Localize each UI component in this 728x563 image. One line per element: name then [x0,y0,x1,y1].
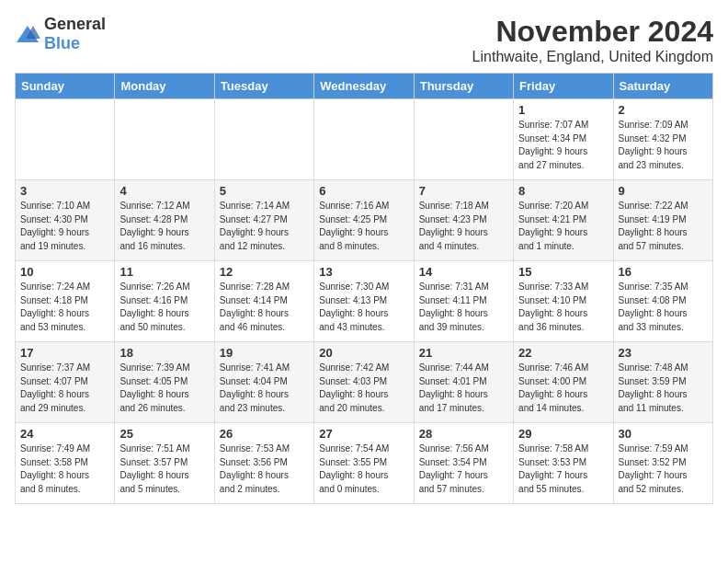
day-info: Sunrise: 7:39 AM Sunset: 4:05 PM Dayligh… [119,362,209,415]
calendar-cell: 24Sunrise: 7:49 AM Sunset: 3:58 PM Dayli… [16,423,115,504]
calendar-cell: 15Sunrise: 7:33 AM Sunset: 4:10 PM Dayli… [514,261,613,342]
title-area: November 2024 Linthwaite, England, Unite… [472,15,713,65]
calendar-cell: 30Sunrise: 7:59 AM Sunset: 3:52 PM Dayli… [613,423,712,504]
calendar-cell: 7Sunrise: 7:18 AM Sunset: 4:23 PM Daylig… [414,180,513,261]
calendar-cell: 6Sunrise: 7:16 AM Sunset: 4:25 PM Daylig… [314,180,414,261]
day-number: 14 [419,265,508,279]
day-info: Sunrise: 7:26 AM Sunset: 4:16 PM Dayligh… [119,281,209,334]
calendar-cell: 10Sunrise: 7:24 AM Sunset: 4:18 PM Dayli… [16,261,115,342]
calendar-cell: 12Sunrise: 7:28 AM Sunset: 4:14 PM Dayli… [214,261,313,342]
day-number: 23 [619,346,708,360]
day-info: Sunrise: 7:53 AM Sunset: 3:56 PM Dayligh… [220,442,309,496]
calendar-cell: 27Sunrise: 7:54 AM Sunset: 3:55 PM Dayli… [314,423,414,504]
calendar-cell: 22Sunrise: 7:46 AM Sunset: 4:00 PM Dayli… [514,342,613,423]
day-info: Sunrise: 7:59 AM Sunset: 3:52 PM Dayligh… [619,442,708,496]
day-number: 18 [119,346,209,360]
day-number: 30 [619,427,708,441]
day-info: Sunrise: 7:18 AM Sunset: 4:23 PM Dayligh… [419,200,508,253]
day-number: 15 [518,265,608,279]
weekday-header-friday: Friday [514,74,613,99]
calendar-cell: 20Sunrise: 7:42 AM Sunset: 4:03 PM Dayli… [314,342,414,423]
calendar-table: SundayMondayTuesdayWednesdayThursdayFrid… [15,73,713,504]
day-number: 3 [20,184,109,198]
day-info: Sunrise: 7:48 AM Sunset: 3:59 PM Dayligh… [619,362,708,415]
location-title: Linthwaite, England, United Kingdom [472,49,713,65]
day-info: Sunrise: 7:09 AM Sunset: 4:32 PM Dayligh… [619,119,708,172]
calendar-cell: 13Sunrise: 7:30 AM Sunset: 4:13 PM Dayli… [314,261,414,342]
day-number: 27 [319,427,408,441]
day-info: Sunrise: 7:33 AM Sunset: 4:10 PM Dayligh… [518,281,608,334]
day-number: 24 [20,427,109,441]
calendar-cell: 28Sunrise: 7:56 AM Sunset: 3:54 PM Dayli… [414,423,513,504]
month-title: November 2024 [472,15,713,49]
day-info: Sunrise: 7:58 AM Sunset: 3:53 PM Dayligh… [518,442,608,496]
day-info: Sunrise: 7:22 AM Sunset: 4:19 PM Dayligh… [619,200,708,253]
day-number: 26 [220,427,309,441]
day-info: Sunrise: 7:54 AM Sunset: 3:55 PM Dayligh… [319,442,408,496]
calendar-cell: 23Sunrise: 7:48 AM Sunset: 3:59 PM Dayli… [613,342,712,423]
day-info: Sunrise: 7:56 AM Sunset: 3:54 PM Dayligh… [419,442,508,496]
header: General Blue November 2024 Linthwaite, E… [15,15,713,65]
calendar-cell: 3Sunrise: 7:10 AM Sunset: 4:30 PM Daylig… [16,180,115,261]
day-number: 8 [518,184,608,198]
day-number: 11 [119,265,209,279]
day-info: Sunrise: 7:16 AM Sunset: 4:25 PM Dayligh… [319,200,408,253]
calendar-cell: 21Sunrise: 7:44 AM Sunset: 4:01 PM Dayli… [414,342,513,423]
logo: General Blue [15,15,106,53]
calendar-cell: 25Sunrise: 7:51 AM Sunset: 3:57 PM Dayli… [115,423,214,504]
weekday-header-monday: Monday [115,74,214,99]
day-info: Sunrise: 7:31 AM Sunset: 4:11 PM Dayligh… [419,281,508,334]
day-info: Sunrise: 7:46 AM Sunset: 4:00 PM Dayligh… [518,362,608,415]
day-number: 29 [518,427,608,441]
weekday-header-wednesday: Wednesday [314,74,414,99]
weekday-header-sunday: Sunday [16,74,115,99]
day-info: Sunrise: 7:41 AM Sunset: 4:04 PM Dayligh… [220,362,309,415]
day-number: 12 [220,265,309,279]
day-number: 4 [119,184,209,198]
calendar-cell: 2Sunrise: 7:09 AM Sunset: 4:32 PM Daylig… [613,99,712,180]
calendar-cell: 26Sunrise: 7:53 AM Sunset: 3:56 PM Dayli… [214,423,313,504]
day-number: 22 [518,346,608,360]
calendar-body: 1Sunrise: 7:07 AM Sunset: 4:34 PM Daylig… [16,99,713,504]
calendar-cell: 1Sunrise: 7:07 AM Sunset: 4:34 PM Daylig… [514,99,613,180]
day-info: Sunrise: 7:10 AM Sunset: 4:30 PM Dayligh… [20,200,109,253]
calendar-cell: 16Sunrise: 7:35 AM Sunset: 4:08 PM Dayli… [613,261,712,342]
day-number: 13 [319,265,408,279]
day-info: Sunrise: 7:24 AM Sunset: 4:18 PM Dayligh… [20,281,109,334]
calendar-cell: 4Sunrise: 7:12 AM Sunset: 4:28 PM Daylig… [115,180,214,261]
day-number: 21 [419,346,508,360]
calendar-cell: 11Sunrise: 7:26 AM Sunset: 4:16 PM Dayli… [115,261,214,342]
day-number: 19 [220,346,309,360]
day-number: 25 [119,427,209,441]
calendar-cell: 8Sunrise: 7:20 AM Sunset: 4:21 PM Daylig… [514,180,613,261]
day-info: Sunrise: 7:44 AM Sunset: 4:01 PM Dayligh… [419,362,508,415]
calendar-cell [214,99,313,180]
day-info: Sunrise: 7:14 AM Sunset: 4:27 PM Dayligh… [220,200,309,253]
calendar-cell: 17Sunrise: 7:37 AM Sunset: 4:07 PM Dayli… [16,342,115,423]
calendar-week-2: 3Sunrise: 7:10 AM Sunset: 4:30 PM Daylig… [16,180,713,261]
calendar-cell [16,99,115,180]
day-info: Sunrise: 7:07 AM Sunset: 4:34 PM Dayligh… [518,119,608,172]
day-number: 6 [319,184,408,198]
calendar-cell: 29Sunrise: 7:58 AM Sunset: 3:53 PM Dayli… [514,423,613,504]
day-info: Sunrise: 7:20 AM Sunset: 4:21 PM Dayligh… [518,200,608,253]
calendar-week-1: 1Sunrise: 7:07 AM Sunset: 4:34 PM Daylig… [16,99,713,180]
weekday-header-thursday: Thursday [414,74,513,99]
calendar-week-3: 10Sunrise: 7:24 AM Sunset: 4:18 PM Dayli… [16,261,713,342]
day-number: 20 [319,346,408,360]
day-number: 9 [619,184,708,198]
calendar-cell: 5Sunrise: 7:14 AM Sunset: 4:27 PM Daylig… [214,180,313,261]
calendar-cell [314,99,414,180]
calendar-cell: 9Sunrise: 7:22 AM Sunset: 4:19 PM Daylig… [613,180,712,261]
day-number: 7 [419,184,508,198]
calendar-cell: 19Sunrise: 7:41 AM Sunset: 4:04 PM Dayli… [214,342,313,423]
weekday-header-row: SundayMondayTuesdayWednesdayThursdayFrid… [16,74,713,99]
logo-icon [15,24,40,44]
day-info: Sunrise: 7:51 AM Sunset: 3:57 PM Dayligh… [119,442,209,496]
weekday-header-tuesday: Tuesday [214,74,313,99]
calendar-cell: 18Sunrise: 7:39 AM Sunset: 4:05 PM Dayli… [115,342,214,423]
day-info: Sunrise: 7:37 AM Sunset: 4:07 PM Dayligh… [20,362,109,415]
logo-text-general: General [44,15,106,33]
day-info: Sunrise: 7:12 AM Sunset: 4:28 PM Dayligh… [119,200,209,253]
day-number: 28 [419,427,508,441]
